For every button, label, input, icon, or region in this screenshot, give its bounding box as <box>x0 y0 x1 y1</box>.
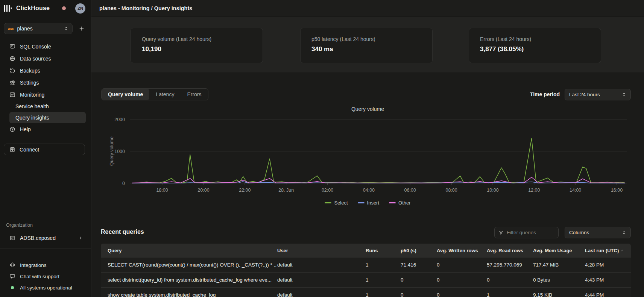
svg-text:22:00: 22:00 <box>239 188 251 193</box>
organization-name: ADSB.exposed <box>20 235 56 241</box>
table-row[interactable]: show create table system.distributed_cac… <box>101 287 631 297</box>
columns-select[interactable]: Columns <box>565 227 631 238</box>
integrations-link[interactable]: Integrations <box>9 259 86 271</box>
legend-dash <box>358 202 365 203</box>
svg-text:08:00: 08:00 <box>445 188 457 193</box>
stat-cards-band: Query volume (Last 24 hours) 10,190 p50 … <box>91 17 644 73</box>
stat-value: 10,190 <box>142 45 252 53</box>
table-row[interactable]: select distrinct(query_id) from system.d… <box>101 272 631 287</box>
svg-text:0: 0 <box>122 181 125 186</box>
col-header-last-run[interactable]: Last run (UTC) <box>585 248 631 253</box>
stat-value: 3,877 (38.05%) <box>480 45 590 53</box>
svg-text:18:00: 18:00 <box>156 188 168 193</box>
stat-card-query-volume: Query volume (Last 24 hours) 10,190 <box>131 28 263 63</box>
svg-text:04:00: 04:00 <box>363 188 375 193</box>
chat-support-link[interactable]: Chat with support <box>9 271 86 282</box>
col-header-avg-written[interactable]: Avg. Written rows <box>437 248 487 253</box>
sidebar-item-sql-console[interactable]: SQL Console <box>9 41 86 53</box>
building-icon <box>9 235 15 241</box>
svg-text:06:00: 06:00 <box>404 188 416 193</box>
sidebar-item-backups[interactable]: Backups <box>9 65 86 77</box>
svg-text:28. Jun: 28. Jun <box>278 188 294 193</box>
chevron-updown-icon <box>64 26 68 31</box>
time-period-select[interactable]: Last 24 hours <box>565 89 631 100</box>
sidebar-nav: SQL Console Data sources Backups Setting… <box>9 41 86 135</box>
svg-text:1000: 1000 <box>114 149 125 154</box>
sidebar-item-service-health[interactable]: Service health <box>9 101 86 112</box>
chevron-right-icon <box>78 236 83 240</box>
query-volume-chart-svg[interactable]: 01000200018:0020:0022:0028. Jun02:0004:0… <box>91 113 644 201</box>
legend-dash <box>389 202 396 203</box>
col-header-user[interactable]: User <box>277 248 366 253</box>
table-row[interactable]: SELECT CAST(round(pow(count() / max(coun… <box>101 257 631 272</box>
filter-queries-box <box>494 227 559 238</box>
svg-text:12:00: 12:00 <box>528 188 540 193</box>
integrations-puzzle-icon <box>9 262 15 268</box>
table-header-row: Query User Runs p50 (s) Avg. Written row… <box>101 244 631 257</box>
legend-item-other[interactable]: Other <box>389 200 411 206</box>
filter-funnel-icon <box>498 230 504 235</box>
brand-title: ClickHouse <box>16 5 50 12</box>
svg-text:20:00: 20:00 <box>197 188 209 193</box>
col-header-avg-mem[interactable]: Avg. Mem Usage <box>533 248 585 253</box>
sidebar-item-settings[interactable]: Settings <box>9 77 86 89</box>
sidebar-item-data-sources[interactable]: Data sources <box>9 53 86 65</box>
sliders-icon <box>9 80 15 86</box>
col-header-avg-read[interactable]: Avg. Read rows <box>487 248 533 253</box>
time-period-control: Time period Last 24 hours <box>530 88 631 100</box>
notification-dot-icon <box>62 6 66 10</box>
chevron-updown-icon <box>622 92 626 97</box>
chart-title: Query volume <box>91 106 644 112</box>
chart-tabs: Query volume Latency Errors <box>101 88 208 100</box>
tab-query-volume[interactable]: Query volume <box>102 89 149 100</box>
svg-text:10:00: 10:00 <box>487 188 498 193</box>
history-restore-icon <box>9 68 15 74</box>
recent-queries-table: Query User Runs p50 (s) Avg. Written row… <box>101 244 631 297</box>
organization-item[interactable]: ADSB.exposed <box>9 232 86 244</box>
stat-card-p50-latency: p50 latency (Last 24 hours) 340 ms <box>300 28 433 63</box>
sidebar-item-monitoring[interactable]: Monitoring <box>9 89 86 101</box>
col-header-query[interactable]: Query <box>101 248 277 253</box>
svg-text:2000: 2000 <box>114 117 125 122</box>
legend-item-select[interactable]: Select <box>325 200 348 206</box>
user-avatar[interactable]: ZN <box>75 3 85 14</box>
organization-section-label: Organization <box>6 223 33 228</box>
col-header-p50[interactable]: p50 (s) <box>401 248 437 253</box>
stat-card-errors: Errors (Last 24 hours) 3,877 (38.05%) <box>469 28 601 63</box>
help-icon <box>9 126 15 132</box>
legend-item-insert[interactable]: Insert <box>358 200 380 206</box>
filter-queries-input[interactable] <box>507 230 552 235</box>
stat-value: 340 ms <box>311 45 421 53</box>
clickhouse-logo-icon <box>4 5 12 12</box>
breadcrumb: planes - Monitoring / Query insights <box>99 5 192 11</box>
add-service-button[interactable] <box>77 24 86 33</box>
svg-text:16:00: 16:00 <box>611 188 623 193</box>
sidebar-footer: Integrations Chat with support All syste… <box>9 259 86 293</box>
tab-errors[interactable]: Errors <box>181 89 208 100</box>
monitoring-chart-icon <box>9 92 15 98</box>
top-bar: planes - Monitoring / Query insights <box>91 0 644 17</box>
sidebar-divider <box>0 248 91 249</box>
connect-button[interactable]: Connect <box>4 144 85 155</box>
legend-dash <box>325 202 331 203</box>
stat-label: p50 latency (Last 24 hours) <box>311 36 421 42</box>
service-selector[interactable]: aws planes <box>4 23 73 34</box>
stat-label: Errors (Last 24 hours) <box>480 36 590 42</box>
status-label: All systems operational <box>20 285 72 291</box>
tab-latency[interactable]: Latency <box>149 89 181 100</box>
status-ok-icon <box>11 286 14 289</box>
stat-label: Query volume (Last 24 hours) <box>142 36 252 42</box>
chat-bubble-icon <box>9 273 15 279</box>
svg-text:Query volume: Query volume <box>109 136 114 166</box>
svg-text:14:00: 14:00 <box>570 188 581 193</box>
svg-text:02:00: 02:00 <box>322 188 333 193</box>
service-name: planes <box>17 26 33 32</box>
time-period-label: Time period <box>530 91 560 97</box>
service-selector-row: aws planes <box>4 23 87 34</box>
connect-icon <box>9 147 15 153</box>
sidebar-item-query-insights[interactable]: Query insights <box>9 112 86 123</box>
col-header-runs[interactable]: Runs <box>366 248 401 253</box>
sidebar-item-help[interactable]: Help <box>9 123 86 135</box>
chart-legend: Select Insert Other <box>91 200 644 206</box>
system-status-link[interactable]: All systems operational <box>9 282 86 293</box>
